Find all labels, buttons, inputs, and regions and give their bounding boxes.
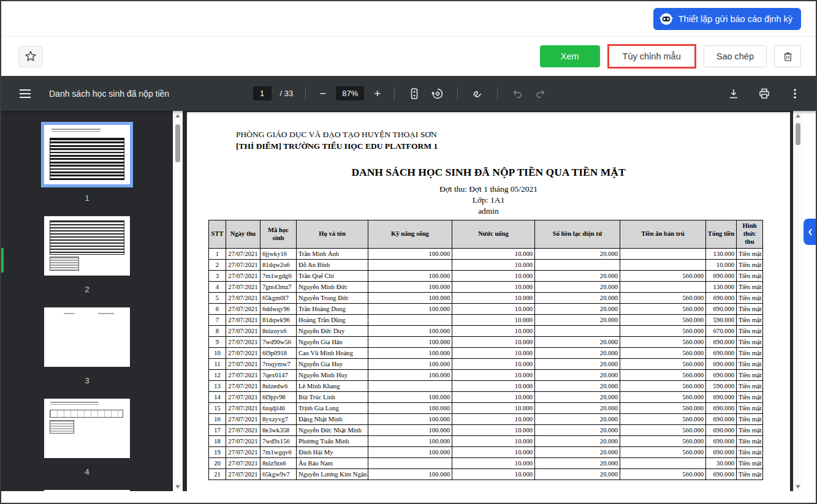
- table-cell: 20.000: [535, 425, 620, 436]
- table-row: 727/07/202181dqwk96Hoàng Trần Dũng10.000…: [209, 315, 763, 326]
- more-options-button[interactable]: [788, 86, 802, 101]
- table-cell: 20.000: [535, 293, 620, 304]
- table-cell: 8nlzoyx6: [260, 326, 297, 337]
- print-button[interactable]: [757, 86, 772, 101]
- zoom-in-button[interactable]: +: [373, 86, 382, 100]
- undo-button[interactable]: [510, 86, 525, 101]
- thumbnail-list: 1234: [1, 125, 173, 477]
- zoom-level: 87%: [336, 86, 364, 100]
- table-row: 1027/07/20216l9p0918Cao Vũ Minh Hoàng100…: [209, 348, 763, 359]
- scroll-up-arrow[interactable]: [793, 111, 803, 120]
- table-cell: Cao Vũ Minh Hoàng: [297, 348, 368, 359]
- customize-template-button[interactable]: Tùy chỉnh mẫu: [610, 47, 693, 66]
- table-row: 927/07/20217wd90w56Nguyễn Gia Hân100.000…: [209, 337, 763, 348]
- toolbar-divider: [305, 87, 306, 100]
- table-cell: 690.000: [706, 414, 737, 425]
- fit-page-button[interactable]: [407, 86, 422, 101]
- table-cell: [620, 260, 706, 271]
- table-cell: 690.000: [706, 271, 737, 282]
- table-cell: 20.000: [535, 392, 620, 403]
- column-header: Nước uống: [452, 220, 535, 249]
- star-icon: [25, 50, 37, 62]
- rotate-button[interactable]: [430, 86, 445, 101]
- scroll-down-arrow[interactable]: [173, 482, 183, 491]
- app-window: Thiết lập gửi báo cáo định kỳ Xem Tùy ch…: [0, 0, 817, 504]
- table-cell: 560.000: [620, 326, 706, 337]
- table-cell: 3: [209, 271, 226, 282]
- annotate-button[interactable]: [470, 86, 485, 101]
- redo-button[interactable]: [533, 86, 548, 101]
- table-cell: 560.000: [620, 271, 706, 282]
- bottom-strip: [1, 491, 816, 503]
- table-cell: 690.000: [706, 392, 737, 403]
- table-cell: 10.000: [452, 381, 535, 392]
- rotate-icon: [431, 88, 444, 100]
- scrollbar-thumb[interactable]: [175, 124, 180, 162]
- menu-button[interactable]: [18, 88, 32, 99]
- favorite-button[interactable]: [18, 46, 43, 67]
- thumbnail-page-5-partial[interactable]: [44, 490, 130, 491]
- download-icon: [728, 88, 740, 100]
- thumbnail-item-page-2[interactable]: 2: [1, 216, 173, 295]
- table-cell: 560.000: [620, 392, 706, 403]
- column-header: Tiền ăn bán trú: [620, 220, 706, 249]
- table-cell: Tiền mặt: [737, 304, 763, 315]
- chevron-left-icon: [807, 228, 814, 236]
- thumbnail-item-page-3[interactable]: 3: [1, 307, 173, 386]
- table-cell: 100.000: [368, 359, 452, 370]
- table-cell: 17: [209, 425, 226, 436]
- setup-report-button[interactable]: Thiết lập gửi báo cáo định kỳ: [653, 8, 801, 30]
- table-cell: [535, 260, 620, 271]
- table-row: 1927/07/20217m1wgqv6Đinh Hải My100.00010…: [209, 447, 763, 458]
- table-cell: 6jjwky16: [260, 249, 297, 260]
- copy-button[interactable]: Sao chép: [704, 45, 767, 67]
- table-cell: 27/07/2021: [226, 260, 260, 271]
- thumbnail-page-preview: [44, 125, 130, 184]
- table-cell: 100.000: [368, 326, 452, 337]
- sidebar-scrollbar[interactable]: [173, 111, 183, 491]
- table-row: 1227/07/20217qex0147Nguyễn Minh Huy100.0…: [209, 370, 763, 381]
- table-cell: 20.000: [535, 337, 620, 348]
- table-cell: 690.000: [706, 469, 737, 480]
- table-cell: 20: [209, 458, 226, 469]
- table-cell: Tiền mặt: [737, 282, 763, 293]
- thumbnail-item-page-4[interactable]: 4: [1, 399, 173, 477]
- delete-button[interactable]: [774, 45, 801, 67]
- collapse-panel-tab[interactable]: [804, 219, 817, 245]
- zoom-out-button[interactable]: −: [318, 86, 327, 100]
- pen-squiggle-icon: [471, 88, 484, 100]
- table-cell: 27/07/2021: [226, 381, 260, 392]
- table-cell: Tiền mặt: [737, 271, 763, 282]
- table-cell: Nguyễn Đức Duy: [297, 326, 368, 337]
- table-cell: Tiền mặt: [737, 392, 763, 403]
- table-cell: 560.000: [620, 304, 706, 315]
- table-cell: 30.000: [706, 458, 737, 469]
- table-cell: 560.000: [620, 315, 706, 326]
- thumbnail-page-number: 2: [85, 285, 89, 295]
- view-button[interactable]: Xem: [540, 45, 600, 67]
- table-cell: 10.000: [452, 425, 535, 436]
- green-edge-indicator: [1, 248, 4, 273]
- scroll-up-arrow[interactable]: [173, 111, 183, 120]
- scroll-down-arrow[interactable]: [793, 482, 803, 491]
- scrollbar-thumb[interactable]: [796, 123, 800, 145]
- table-row: 1327/07/20218nlzedw6Lê Minh Khang10.0002…: [209, 381, 763, 392]
- table-cell: 130.000: [706, 282, 737, 293]
- download-button[interactable]: [726, 86, 741, 101]
- main-scrollbar[interactable]: [793, 111, 803, 491]
- class-line: Lớp: 1A1: [187, 195, 790, 205]
- table-cell: 690.000: [706, 359, 737, 370]
- table-cell: 10.000: [452, 359, 535, 370]
- table-cell: Tiền mặt: [737, 447, 763, 458]
- table-cell: 6zqdjl46: [260, 403, 297, 414]
- table-cell: Hoàng Trần Dũng: [297, 315, 368, 326]
- table-cell: Tiền mặt: [737, 403, 763, 414]
- thumbnail-item-page-1[interactable]: 1: [1, 125, 173, 203]
- table-cell: 100.000: [368, 436, 452, 447]
- table-row: 1427/07/20216l9pjv98Bùi Trúc Linh100.000…: [209, 392, 763, 403]
- org-line-2: [THÍ ĐIỂM] TRƯỜNG TIỂU HỌC EDU PLATFORM …: [236, 140, 438, 152]
- table-cell: 590.000: [706, 381, 737, 392]
- table-cell: Bùi Trúc Linh: [297, 392, 368, 403]
- page-number-input[interactable]: [253, 86, 272, 100]
- table-cell: 130.000: [706, 249, 737, 260]
